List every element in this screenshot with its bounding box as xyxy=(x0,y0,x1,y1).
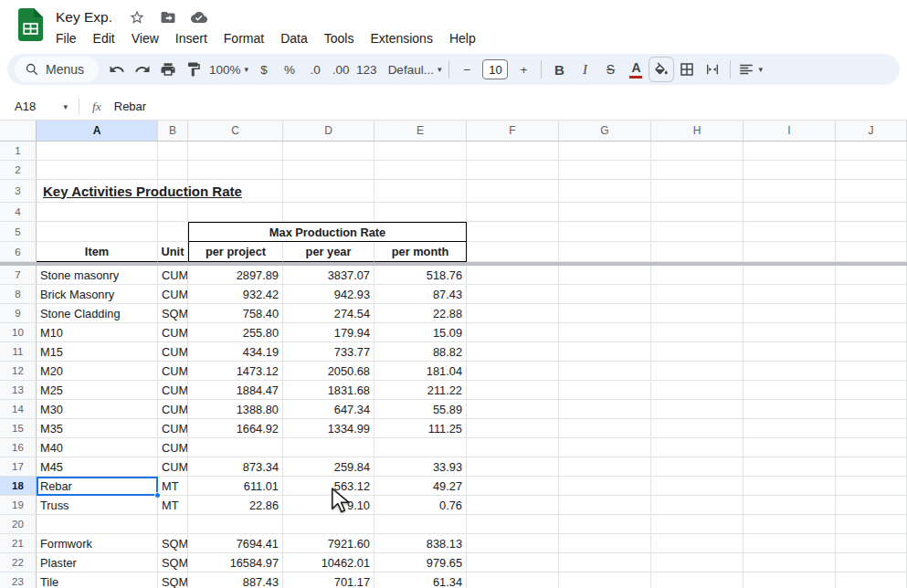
row-header-15[interactable]: 15 xyxy=(0,419,37,438)
number-format-button[interactable]: 123 xyxy=(353,57,380,82)
column-header-G[interactable]: G xyxy=(559,121,651,141)
cell-H7[interactable] xyxy=(651,266,744,285)
cell-J3[interactable] xyxy=(836,180,907,203)
cell-C1[interactable] xyxy=(188,142,283,161)
cell-C13[interactable]: 1884.47 xyxy=(188,381,283,400)
row-header-22[interactable]: 22 xyxy=(0,553,37,572)
cell-G8[interactable] xyxy=(559,285,651,304)
row-header-14[interactable]: 14 xyxy=(0,400,37,419)
paint-format-button[interactable] xyxy=(181,57,206,82)
cell-H15[interactable] xyxy=(651,419,744,438)
cell-D3[interactable] xyxy=(283,180,374,203)
column-header-B[interactable]: B xyxy=(158,121,188,141)
row-header-7[interactable]: 7 xyxy=(0,266,37,285)
cell-H8[interactable] xyxy=(651,285,744,304)
cell-C17[interactable]: 873.34 xyxy=(188,457,283,477)
cell-E3[interactable] xyxy=(374,180,467,203)
row-header-10[interactable]: 10 xyxy=(0,323,37,342)
cell-F21[interactable] xyxy=(467,534,559,553)
cell-J1[interactable] xyxy=(836,142,907,161)
cell-C22[interactable]: 16584.97 xyxy=(188,553,283,572)
cell-I18[interactable] xyxy=(744,477,836,496)
cell-B12[interactable]: CUM xyxy=(158,362,188,381)
cell-I9[interactable] xyxy=(744,304,836,323)
cell-G5[interactable] xyxy=(559,222,651,242)
cell-F13[interactable] xyxy=(467,381,559,400)
cell-J4[interactable] xyxy=(836,203,907,222)
cell-H5[interactable] xyxy=(651,222,744,242)
cell-H23[interactable] xyxy=(651,572,744,588)
cell-E11[interactable]: 88.82 xyxy=(374,342,467,362)
cell-F14[interactable] xyxy=(467,400,559,419)
cell-C14[interactable]: 1388.80 xyxy=(188,400,283,419)
cell-B4[interactable] xyxy=(158,203,188,222)
cell-C8[interactable]: 932.42 xyxy=(188,285,283,304)
cell-H3[interactable] xyxy=(651,180,744,203)
cell-F15[interactable] xyxy=(467,419,559,438)
menu-file[interactable]: File xyxy=(47,29,85,47)
column-header-F[interactable]: F xyxy=(467,121,559,141)
cell-B8[interactable]: CUM xyxy=(158,285,188,304)
strikethrough-button[interactable]: S xyxy=(597,57,623,82)
cell-B6[interactable]: Unit xyxy=(158,242,188,262)
cell-G14[interactable] xyxy=(559,400,651,419)
cell-G21[interactable] xyxy=(559,534,651,553)
cell-H12[interactable] xyxy=(651,362,744,381)
row-header-16[interactable]: 16 xyxy=(0,438,37,457)
cell-B23[interactable]: SQM xyxy=(158,572,188,588)
cell-I7[interactable] xyxy=(744,266,836,285)
cell-D17[interactable]: 259.84 xyxy=(283,457,374,477)
cell-D13[interactable]: 1831.68 xyxy=(283,381,374,400)
column-header-E[interactable]: E xyxy=(374,121,467,141)
row-header-13[interactable]: 13 xyxy=(0,381,37,400)
cell-I1[interactable] xyxy=(744,142,836,161)
cell-D16[interactable] xyxy=(283,438,374,457)
cell-C12[interactable]: 1473.12 xyxy=(188,362,283,381)
cell-G1[interactable] xyxy=(559,142,651,161)
cell-J21[interactable] xyxy=(836,534,907,553)
formula-input[interactable]: Rebar xyxy=(114,100,146,113)
cell-B16[interactable]: CUM xyxy=(158,438,188,457)
cell-A23[interactable]: Tile xyxy=(37,572,158,588)
cell-B13[interactable]: CUM xyxy=(158,381,188,400)
cell-G10[interactable] xyxy=(559,323,651,342)
cell-J13[interactable] xyxy=(836,381,907,400)
cell-G18[interactable] xyxy=(559,477,651,496)
cell-H22[interactable] xyxy=(651,553,744,572)
cell-J6[interactable] xyxy=(836,242,907,262)
fill-color-button[interactable] xyxy=(649,57,674,82)
cell-A1[interactable] xyxy=(37,142,158,161)
cell-C23[interactable]: 887.43 xyxy=(188,572,283,588)
cell-F1[interactable] xyxy=(467,142,559,161)
cell-B17[interactable]: CUM xyxy=(158,457,188,477)
cell-C20[interactable] xyxy=(188,515,283,534)
row-header-6[interactable]: 6 xyxy=(0,242,37,262)
cell-D15[interactable]: 1334.99 xyxy=(283,419,374,438)
cell-F10[interactable] xyxy=(467,323,559,342)
column-header-J[interactable]: J xyxy=(836,121,907,141)
row-header-21[interactable]: 21 xyxy=(0,534,37,553)
cell-G17[interactable] xyxy=(559,457,651,477)
cell-I4[interactable] xyxy=(744,203,836,222)
cell-A11[interactable]: M15 xyxy=(37,342,158,362)
decrease-decimal-button[interactable]: .0 xyxy=(302,57,328,82)
cell-G19[interactable] xyxy=(559,496,651,515)
cell-J10[interactable] xyxy=(836,323,907,342)
cell-I10[interactable] xyxy=(744,323,836,342)
cell-F20[interactable] xyxy=(467,515,559,534)
cell-F3[interactable] xyxy=(467,180,559,203)
cell-J16[interactable] xyxy=(836,438,907,457)
cell-I23[interactable] xyxy=(744,572,836,588)
cell-E4[interactable] xyxy=(374,203,467,222)
cell-A6[interactable]: Item xyxy=(37,242,158,262)
star-icon[interactable] xyxy=(129,9,145,26)
column-header-A[interactable]: A xyxy=(37,121,158,141)
select-all-corner[interactable] xyxy=(0,121,37,141)
cell-J17[interactable] xyxy=(836,457,907,477)
cell-J2[interactable] xyxy=(836,161,907,180)
cell-C16[interactable] xyxy=(188,438,283,457)
cell-E14[interactable]: 55.89 xyxy=(374,400,467,419)
undo-button[interactable] xyxy=(104,57,130,82)
column-header-C[interactable]: C xyxy=(188,121,283,141)
cell-C18[interactable]: 611.01 xyxy=(188,477,283,496)
